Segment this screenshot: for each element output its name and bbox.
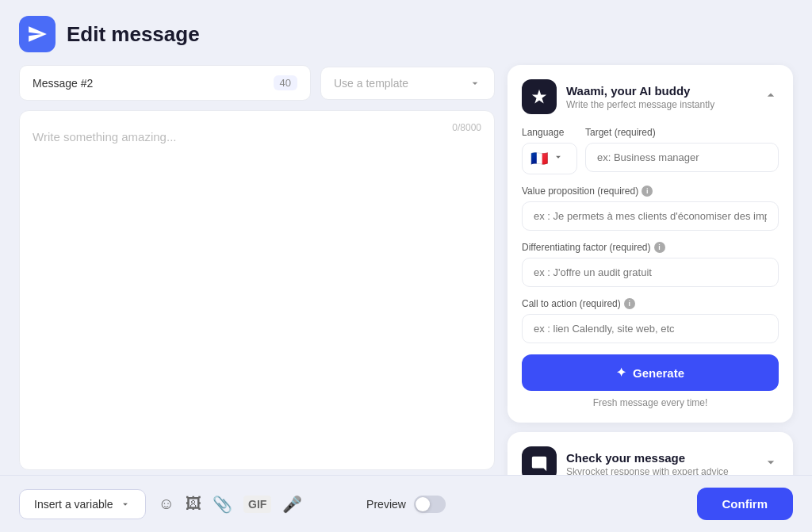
check-card-texts: Check your message Skyrocket response wi… [566, 451, 729, 477]
right-panel: Waami, your AI buddy Write the perfect m… [508, 65, 793, 470]
language-target-row: Language 🇫🇷 Target (required) [522, 127, 779, 174]
preview-label: Preview [366, 498, 406, 511]
gif-icon[interactable]: GIF [243, 496, 271, 513]
ai-card-titles: Waami, your AI buddy Write the perfect m… [566, 84, 714, 110]
flag-icon: 🇫🇷 [530, 150, 548, 167]
language-select[interactable]: 🇫🇷 [522, 143, 577, 174]
sparkle-btn-icon: ✦ [616, 366, 626, 380]
target-group: Target (required) [585, 127, 779, 174]
sparkle-icon [530, 88, 548, 105]
cta-input[interactable] [522, 314, 779, 343]
template-dropdown[interactable]: Use a template [320, 67, 495, 100]
chevron-up-icon [763, 87, 779, 103]
template-placeholder: Use a template [334, 77, 408, 90]
chevron-down-check-icon [763, 454, 779, 470]
cta-info-icon: i [624, 298, 635, 309]
value-prop-input[interactable] [522, 201, 779, 231]
microphone-icon[interactable]: 🎤 [282, 495, 302, 514]
check-card-title: Check your message [566, 451, 729, 465]
header: Edit message [0, 0, 812, 65]
ai-card-title: Waami, your AI buddy [566, 84, 714, 98]
app-icon [19, 16, 56, 52]
attachment-icon[interactable]: 📎 [213, 495, 232, 514]
value-prop-group: Value proposition (required) i [522, 186, 779, 231]
ai-card-subtitle: Write the perfect message instantly [566, 99, 714, 110]
fresh-message-text: Fresh message every time! [522, 397, 779, 408]
confirm-button[interactable]: Confirm [697, 488, 794, 520]
target-input[interactable] [585, 143, 779, 172]
top-bar: Message #2 40 Use a template [19, 65, 495, 101]
bottom-bar: Insert a variable ☺ 🖼 📎 GIF 🎤 Preview Co… [0, 475, 812, 532]
preview-toggle[interactable] [414, 496, 446, 513]
textarea-placeholder: Write something amazing... [33, 130, 481, 144]
emoji-icon[interactable]: ☺ [159, 495, 174, 513]
value-prop-info-icon: i [642, 186, 653, 197]
message-label-box: Message #2 40 [19, 65, 311, 101]
collapse-button[interactable] [763, 87, 779, 106]
char-count-badge: 40 [274, 75, 297, 90]
lang-chevron [553, 151, 564, 166]
ai-card-header: Waami, your AI buddy Write the perfect m… [522, 79, 779, 114]
diff-factor-info-icon: i [654, 242, 665, 253]
toolbar-icons: ☺ 🖼 📎 GIF 🎤 [159, 495, 303, 514]
main-layout: Message #2 40 Use a template 0/8000 Writ… [0, 65, 812, 470]
diff-factor-input[interactable] [522, 258, 779, 287]
chat-bubble-icon [530, 455, 548, 473]
chevron-down-insert-icon [120, 499, 131, 510]
char-limit: 0/8000 [452, 122, 481, 133]
value-prop-label: Value proposition (required) i [522, 186, 779, 197]
ai-card-header-left: Waami, your AI buddy Write the perfect m… [522, 79, 714, 114]
paper-plane-icon [27, 24, 48, 44]
ai-icon-box [522, 79, 557, 114]
language-target-group: Language 🇫🇷 Target (required) [522, 127, 779, 174]
cta-group: Call to action (required) i [522, 298, 779, 343]
chevron-down-icon [469, 77, 481, 90]
message-textarea-box[interactable]: 0/8000 Write something amazing... [19, 110, 495, 470]
language-label: Language [522, 127, 577, 138]
image-icon[interactable]: 🖼 [186, 495, 201, 513]
diff-factor-label: Differentiating factor (required) i [522, 242, 779, 253]
message-label: Message #2 [33, 77, 93, 90]
insert-variable-label: Insert a variable [34, 498, 113, 511]
cta-label: Call to action (required) i [522, 298, 779, 309]
check-expand-button[interactable] [763, 454, 779, 473]
diff-factor-group: Differentiating factor (required) i [522, 242, 779, 287]
language-group: Language 🇫🇷 [522, 127, 577, 174]
target-label: Target (required) [585, 127, 779, 138]
ai-card: Waami, your AI buddy Write the perfect m… [508, 65, 793, 423]
left-panel: Message #2 40 Use a template 0/8000 Writ… [19, 65, 508, 470]
chevron-down-small-icon [553, 151, 564, 163]
generate-button[interactable]: ✦ Generate [522, 354, 779, 391]
insert-variable-button[interactable]: Insert a variable [19, 489, 146, 519]
preview-toggle-group: Preview [366, 496, 446, 513]
page-title: Edit message [67, 22, 200, 47]
bottom-left: Insert a variable ☺ 🖼 📎 GIF 🎤 [19, 489, 302, 519]
toggle-knob [416, 497, 430, 511]
